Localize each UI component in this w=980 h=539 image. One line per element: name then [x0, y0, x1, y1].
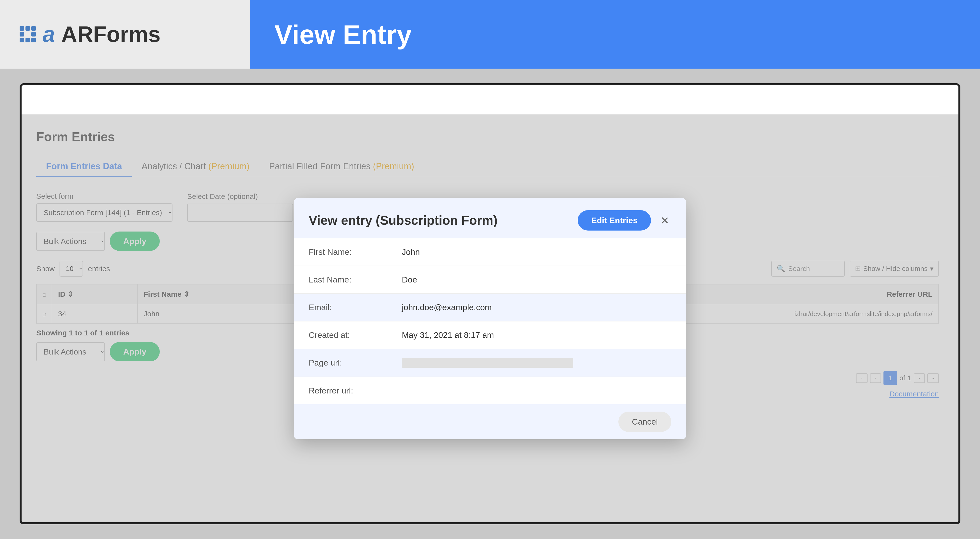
logo-area: a ARForms [0, 0, 250, 68]
field-label-referrer-url: Referrer url: [309, 386, 402, 396]
field-label-created-at: Created at: [309, 330, 402, 340]
modal-close-button[interactable]: × [658, 213, 671, 227]
modal-row-referrer-url: Referrer url: [294, 377, 686, 404]
header-blue-area: View Entry [250, 0, 980, 68]
logo-text: ARForms [61, 22, 161, 47]
modal-body: First Name: John Last Name: Doe Email: j… [294, 238, 686, 404]
field-label-email: Email: [309, 302, 402, 312]
field-value-page-url [402, 358, 573, 368]
modal-row-last-name: Last Name: Doe [294, 266, 686, 294]
modal-row-email: Email: john.doe@example.com [294, 294, 686, 321]
main-wrapper: Form Entries Form Entries Data Analytics… [0, 68, 980, 539]
field-label-last-name: Last Name: [309, 275, 402, 285]
modal-row-created-at: Created at: May 31, 2021 at 8:17 am [294, 321, 686, 349]
modal-overlay: View entry (Subscription Form) Edit Entr… [22, 114, 958, 522]
field-value-email: john.doe@example.com [402, 302, 671, 312]
modal-header: View entry (Subscription Form) Edit Entr… [294, 198, 686, 238]
modal-row-page-url: Page url: [294, 349, 686, 377]
page-title: View Entry [274, 19, 412, 50]
top-header: a ARForms View Entry [0, 0, 980, 68]
field-label-first-name: First Name: [309, 247, 402, 257]
modal-header-right: Edit Entries × [578, 210, 671, 231]
browser-window: Form Entries Form Entries Data Analytics… [20, 83, 960, 524]
browser-toolbar [22, 85, 958, 114]
cancel-button[interactable]: Cancel [618, 412, 671, 432]
field-value-referrer-url [402, 386, 671, 396]
content-area: Form Entries Form Entries Data Analytics… [22, 114, 958, 522]
logo-icon: a [43, 23, 55, 45]
modal-footer: Cancel [294, 404, 686, 439]
field-label-page-url: Page url: [309, 358, 402, 368]
modal-title: View entry (Subscription Form) [309, 213, 497, 227]
modal-dialog: View entry (Subscription Form) Edit Entr… [294, 198, 686, 439]
field-value-created-at: May 31, 2021 at 8:17 am [402, 330, 671, 340]
field-value-last-name: Doe [402, 275, 671, 285]
edit-entries-button[interactable]: Edit Entries [578, 210, 651, 231]
modal-row-first-name: First Name: John [294, 238, 686, 266]
field-value-first-name: John [402, 247, 671, 257]
